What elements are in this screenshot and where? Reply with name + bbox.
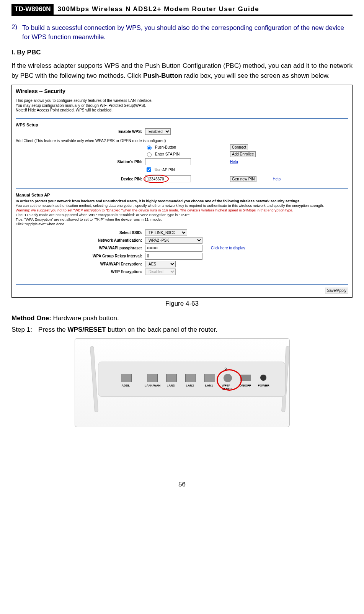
select-ssid-label: Select SSID:: [16, 231, 145, 235]
pbc-intro-part2: radio box, you will see the screen as sh…: [182, 72, 330, 79]
stations-pin-label: Station's PIN:: [16, 160, 145, 164]
method-one-bold: Method One:: [11, 314, 51, 322]
figure-caption: Figure 4-63: [11, 300, 353, 308]
method-one-rest: Hardware push button.: [51, 314, 119, 322]
enter-sta-pin-label: Enter STA PIN: [155, 152, 180, 156]
list-number: 2): [11, 23, 22, 42]
antenna-left-icon: [90, 346, 98, 412]
ss-title: Wireless -- Security: [16, 88, 348, 94]
pbc-intro-bold: Push-Button: [143, 72, 182, 79]
connect-button[interactable]: Connect: [230, 144, 248, 150]
lan3-label: LAN3: [167, 384, 175, 387]
tip-l4: Tips: 11n only mode are not supported wh…: [16, 213, 348, 217]
wps-setup-heading: WPS Setup: [16, 123, 348, 127]
manual-setup-heading: Manual Setup AP: [16, 193, 348, 197]
wep-enc-select[interactable]: Disabled: [145, 269, 176, 275]
wpa-enc-select[interactable]: AES: [145, 261, 176, 267]
click-display-link[interactable]: Click here to display: [211, 246, 245, 250]
step-1-a: Press the: [38, 326, 68, 333]
tip-l2: You can set the network authentication m…: [16, 203, 348, 208]
model-badge: TD-W8960N: [11, 4, 54, 15]
rekey-input[interactable]: [145, 253, 202, 260]
lan3-port-icon: [166, 374, 177, 382]
pbc-intro: If the wireless adapter supports WPS and…: [11, 61, 353, 81]
lan1-label: LAN1: [205, 384, 213, 387]
use-ap-pin-checkbox[interactable]: [147, 167, 151, 172]
device-pin-input[interactable]: [145, 175, 191, 182]
ss-intro2: You may setup configuration manually or …: [16, 103, 348, 108]
lan4-label: LAN4/WAN: [145, 384, 161, 387]
list-text: To build a successful connection by WPS,…: [22, 23, 353, 42]
highlight-ellipse-icon: [217, 369, 242, 391]
passphrase-input[interactable]: [145, 245, 202, 252]
enable-wps-label: Enable WPS:: [16, 129, 145, 134]
add-client-note: Add Client (This feature is available on…: [16, 139, 348, 144]
onoff-switch-icon: [240, 375, 251, 381]
step-1: Step 1: Press the WPS/RESET button on th…: [11, 326, 353, 334]
section-heading-pbc: I. By PBC: [11, 49, 353, 56]
step-1-label: Step 1:: [11, 326, 38, 334]
use-ap-pin-label: Use AP PIN: [155, 168, 175, 172]
help-link-2[interactable]: Help: [273, 177, 281, 181]
router-illustration: ADSL LAN4/WAN LAN3 LAN2 LAN1 ⚲ WPS/ RESE…: [75, 338, 290, 427]
enable-wps-select[interactable]: Enabled: [145, 128, 171, 135]
method-one-line: Method One: Hardware push button.: [11, 314, 353, 322]
push-button-label: Push-Button: [155, 145, 176, 149]
page-header: TD-W8960N 300Mbps Wireless N ADSL2+ Mode…: [11, 4, 353, 16]
gen-new-pin-button[interactable]: Gen new PIN: [230, 176, 256, 182]
device-pin-label: Device PIN:: [16, 177, 145, 181]
net-auth-select[interactable]: WPA2 -PSK: [145, 237, 202, 244]
list-item-2: 2) To build a successful connection by W…: [11, 23, 353, 42]
power-label: POWER: [258, 384, 269, 387]
ss-intro3: Note:If Hide Access Point enabled, WPS w…: [16, 108, 348, 113]
stations-pin-input[interactable]: [145, 158, 191, 165]
lan1-port-icon: [204, 374, 215, 382]
guide-title: 300Mbps Wireless N ADSL2+ Modem Router U…: [54, 5, 259, 13]
onoff-label: ON/OFF: [240, 384, 251, 387]
lan2-label: LAN2: [186, 384, 194, 387]
tips-block: In order to protect your network from ha…: [16, 199, 348, 226]
lan2-port-icon: [185, 374, 196, 382]
push-button-radio[interactable]: [147, 146, 152, 150]
lan4-port-icon: [147, 374, 158, 382]
tip-l3: Warning: we suggest you not to set "WEP …: [16, 208, 348, 213]
rekey-label: WPA Group Rekey Interval:: [16, 254, 145, 258]
tip-l5: Tips: "WPA Encryption" are not allowed t…: [16, 217, 348, 222]
tip-l6: Click "Apply/Save" when done.: [16, 222, 348, 226]
help-link[interactable]: Help: [230, 160, 238, 164]
passphrase-label: WPA/WAPI passphrase:: [16, 246, 145, 250]
ss-intro1: This page allows you to configure securi…: [16, 98, 348, 103]
step-1-bold: WPS/RESET: [68, 326, 106, 333]
select-ssid[interactable]: TP-LINK_B0CD: [145, 229, 187, 236]
wep-enc-label: WEP Encryption:: [16, 270, 145, 274]
security-screenshot: Wireless -- Security This page allows yo…: [11, 85, 353, 297]
wpa-enc-label: WPA/WAPI Encryption:: [16, 262, 145, 266]
adsl-label: ADSL: [122, 384, 130, 387]
net-auth-label: Network Authentication:: [16, 238, 145, 242]
power-jack-icon: [260, 375, 266, 381]
step-1-b: button on the back panel of the router.: [106, 326, 217, 333]
save-apply-button[interactable]: Save/Apply: [325, 288, 348, 293]
add-enrollee-button[interactable]: Add Enrollee: [230, 151, 256, 157]
enter-sta-pin-radio[interactable]: [147, 152, 152, 157]
adsl-port-icon: [121, 374, 132, 382]
tip-l1: In order to protect your network from ha…: [16, 199, 348, 203]
page-number: 56: [11, 481, 353, 488]
